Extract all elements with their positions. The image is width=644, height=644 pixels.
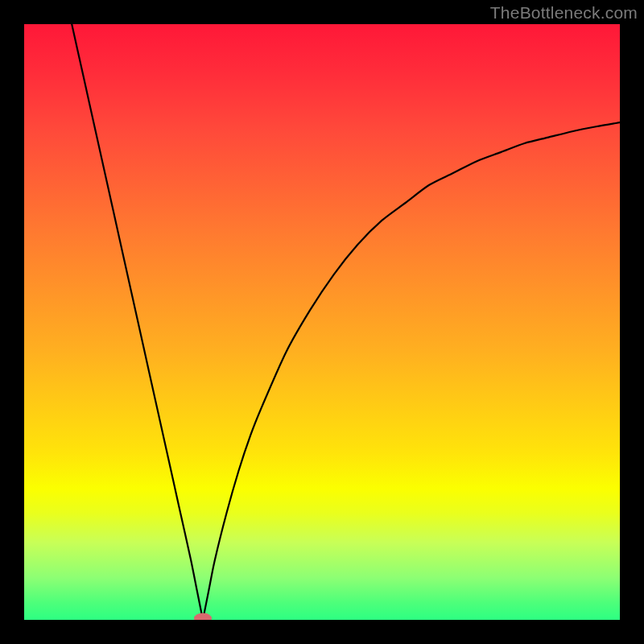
curve-svg	[24, 24, 620, 620]
chart-container: TheBottleneck.com	[0, 0, 644, 644]
watermark-text: TheBottleneck.com	[490, 3, 638, 23]
plot-area	[24, 24, 620, 620]
bottleneck-curve	[72, 24, 620, 620]
minimum-marker	[194, 613, 212, 621]
